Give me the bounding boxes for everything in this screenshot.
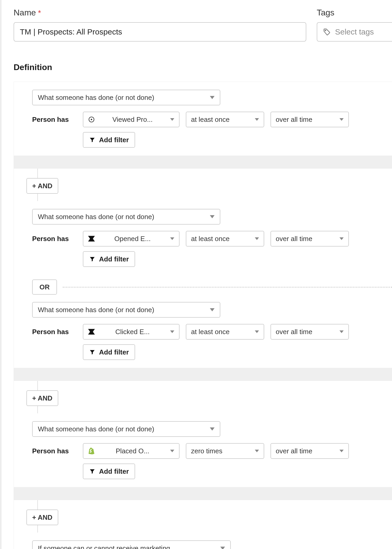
chevron-down-icon bbox=[170, 237, 174, 240]
person-has-label: Person has bbox=[32, 447, 77, 455]
frequency-select[interactable]: at least once bbox=[186, 324, 264, 340]
chevron-down-icon bbox=[339, 450, 344, 452]
event-select[interactable]: Clicked E... bbox=[83, 324, 180, 340]
chevron-down-icon bbox=[339, 118, 344, 121]
add-filter-button[interactable]: Add filter bbox=[83, 251, 135, 267]
definition-heading: Definition bbox=[14, 62, 392, 72]
and-connector-button[interactable]: +AND bbox=[26, 510, 58, 525]
and-connector-button[interactable]: +AND bbox=[26, 390, 58, 406]
frequency-select[interactable]: zero times bbox=[186, 443, 264, 459]
chevron-down-icon bbox=[255, 330, 259, 333]
name-input[interactable] bbox=[14, 22, 306, 42]
add-filter-button[interactable]: Add filter bbox=[83, 464, 135, 479]
filter-icon bbox=[89, 349, 95, 355]
condition-block: What someone has done (or not done) Pers… bbox=[14, 82, 392, 156]
svg-point-2 bbox=[91, 119, 92, 120]
svg-point-0 bbox=[325, 30, 326, 31]
and-connector-button[interactable]: +AND bbox=[26, 178, 58, 194]
person-has-label: Person has bbox=[32, 328, 77, 336]
condition-type-select[interactable]: What someone has done (or not done) bbox=[32, 421, 220, 437]
chevron-down-icon bbox=[255, 118, 259, 121]
chevron-down-icon bbox=[210, 215, 215, 218]
event-select[interactable]: Placed O... bbox=[83, 443, 180, 459]
shopify-icon bbox=[88, 447, 95, 455]
timeframe-select[interactable]: over all time bbox=[270, 324, 349, 340]
condition-block: What someone has done (or not done) Pers… bbox=[14, 201, 392, 275]
tag-icon bbox=[323, 28, 331, 36]
condition-type-select[interactable]: What someone has done (or not done) bbox=[32, 209, 220, 225]
tags-label: Tags bbox=[317, 8, 392, 18]
event-select[interactable]: Opened E... bbox=[83, 231, 180, 247]
definition-builder: What someone has done (or not done) Pers… bbox=[14, 82, 392, 549]
chevron-down-icon bbox=[170, 330, 174, 333]
or-connector-button[interactable]: OR bbox=[32, 279, 57, 295]
chevron-down-icon bbox=[210, 308, 215, 311]
tags-placeholder: Select tags bbox=[335, 27, 374, 36]
add-filter-button[interactable]: Add filter bbox=[83, 132, 135, 148]
condition-block: If someone can or cannot receive marketi… bbox=[14, 533, 392, 549]
timeframe-select[interactable]: over all time bbox=[270, 112, 349, 127]
svg-marker-3 bbox=[88, 236, 95, 242]
klaviyo-icon bbox=[88, 329, 95, 335]
klaviyo-icon bbox=[88, 236, 95, 242]
chevron-down-icon bbox=[170, 118, 174, 121]
chevron-down-icon bbox=[255, 237, 259, 240]
name-label: Name* bbox=[14, 8, 306, 18]
condition-type-select[interactable]: What someone has done (or not done) bbox=[32, 302, 220, 318]
chevron-down-icon bbox=[210, 96, 215, 99]
filter-icon bbox=[89, 468, 95, 474]
timeframe-select[interactable]: over all time bbox=[270, 231, 349, 247]
condition-type-select[interactable]: What someone has done (or not done) bbox=[32, 90, 220, 105]
required-asterisk-icon: * bbox=[38, 9, 41, 17]
chevron-down-icon bbox=[210, 427, 215, 431]
timeframe-select[interactable]: over all time bbox=[270, 443, 349, 459]
svg-marker-4 bbox=[88, 329, 95, 335]
chevron-down-icon bbox=[339, 237, 344, 240]
person-has-label: Person has bbox=[32, 116, 77, 124]
chevron-down-icon bbox=[339, 330, 344, 333]
add-filter-button[interactable]: Add filter bbox=[83, 344, 135, 360]
condition-block: What someone has done (or not done) Pers… bbox=[14, 299, 392, 368]
chevron-down-icon bbox=[255, 450, 259, 452]
or-divider: OR bbox=[14, 275, 392, 299]
event-select[interactable]: Viewed Pro... bbox=[83, 112, 180, 127]
tags-select[interactable]: Select tags bbox=[317, 22, 392, 42]
person-has-label: Person has bbox=[32, 235, 77, 243]
metric-icon bbox=[88, 116, 95, 123]
frequency-select[interactable]: at least once bbox=[186, 112, 264, 127]
chevron-down-icon bbox=[170, 450, 174, 452]
condition-type-select[interactable]: If someone can or cannot receive marketi… bbox=[32, 540, 231, 549]
condition-block: What someone has done (or not done) Pers… bbox=[14, 413, 392, 487]
filter-icon bbox=[89, 137, 95, 143]
frequency-select[interactable]: at least once bbox=[186, 231, 264, 247]
chevron-down-icon bbox=[220, 547, 225, 549]
filter-icon bbox=[89, 256, 95, 262]
